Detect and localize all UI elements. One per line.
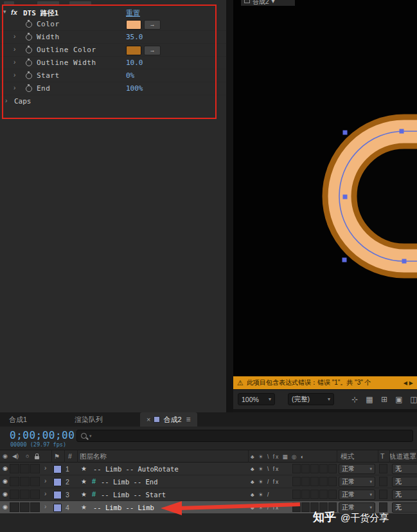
reset-link[interactable]: 重置	[126, 8, 140, 18]
layer-row[interactable]: ◉ › 3 ★ # -- Limb -- Start ♣ ☀ / 正常 ▾ 无 …	[0, 488, 417, 501]
track-matte-select[interactable]: 无 ▾	[392, 464, 417, 474]
property-value[interactable]: 35.0	[126, 33, 143, 41]
solo-cell[interactable]	[20, 477, 30, 486]
snapshot-icon[interactable]: ⊹	[349, 394, 360, 405]
preserve-transparency-cell[interactable]	[379, 464, 387, 473]
layer-switches[interactable]: ♣ ☀ / fx	[251, 479, 279, 485]
layer-name[interactable]: -- Limb -- Start	[101, 491, 166, 499]
solo-cell[interactable]	[20, 502, 30, 512]
layer-name[interactable]: -- Limb -- End	[101, 478, 158, 486]
path-vertex-handle[interactable]	[343, 195, 348, 199]
roi-icon[interactable]: ⊞	[378, 394, 390, 405]
chevron-right-icon[interactable]: ›	[5, 97, 7, 104]
layer-expand-chevron[interactable]: ›	[44, 464, 46, 472]
timeline-search[interactable]: ▾	[76, 430, 413, 442]
layer-label-swatch[interactable]	[53, 504, 62, 512]
switch-cell[interactable]	[301, 502, 310, 512]
switch-cell[interactable]	[328, 477, 337, 486]
eyedropper-icon[interactable]: →	[144, 20, 161, 30]
stopwatch-icon[interactable]	[26, 34, 32, 41]
composition-canvas[interactable]	[233, 0, 417, 376]
stopwatch-icon[interactable]	[26, 21, 32, 28]
path-vertex-handle[interactable]	[402, 259, 407, 264]
blend-mode-select[interactable]: 正常 ▾	[339, 490, 375, 500]
layer-name[interactable]: -- Limb -- Limb	[93, 504, 154, 511]
layer-expand-chevron[interactable]: ›	[44, 503, 46, 510]
search-input[interactable]	[94, 432, 409, 441]
track-matte-select[interactable]: 无 ▾	[392, 477, 417, 487]
chevron-right-icon[interactable]: ›	[13, 71, 15, 78]
blend-mode-select[interactable]: 正常 ▾	[339, 464, 375, 474]
tab-comp2[interactable]: × 合成2 ≡	[140, 412, 197, 427]
switch-cell[interactable]	[310, 464, 319, 473]
chevron-down-icon[interactable]: ▾	[3, 8, 6, 15]
audio-cell[interactable]	[10, 477, 19, 486]
switch-cell[interactable]	[292, 490, 301, 499]
audio-cell[interactable]	[10, 502, 19, 512]
switch-cell[interactable]	[301, 490, 310, 499]
audio-cell[interactable]	[10, 490, 19, 499]
panel-menu-icon[interactable]: ≡	[186, 415, 191, 424]
layer-name[interactable]: -- Limb -- AutoRotate	[93, 465, 179, 473]
switch-cell[interactable]	[292, 502, 301, 512]
fill-color-swatch[interactable]	[126, 20, 141, 30]
blend-mode-select[interactable]: 正常 ▾	[339, 477, 375, 487]
current-time-display[interactable]: 0;00;00;00	[10, 429, 75, 441]
transparency-grid-icon[interactable]: ▦	[364, 394, 375, 405]
guides-icon[interactable]: ▣	[393, 394, 405, 405]
stopwatch-icon[interactable]	[26, 86, 32, 92]
chevron-right-icon[interactable]: ›	[13, 33, 15, 40]
tab-comp1[interactable]: 合成1	[3, 412, 33, 427]
eyedropper-icon[interactable]: →	[144, 46, 161, 55]
layer-label-swatch[interactable]	[53, 491, 62, 499]
prev-error-icon[interactable]: ◀	[404, 380, 407, 386]
layer-visibility-toggle[interactable]: ◉	[3, 478, 8, 484]
preserve-transparency-cell[interactable]	[379, 490, 387, 499]
lock-cell[interactable]	[30, 490, 40, 499]
property-value[interactable]: 10.0	[126, 59, 143, 67]
property-value[interactable]: 0%	[126, 71, 134, 80]
switch-cell[interactable]	[319, 490, 328, 499]
resolution-select[interactable]: (完整) ▾	[288, 393, 334, 405]
layer-label-swatch[interactable]	[53, 465, 62, 473]
solo-cell[interactable]	[20, 464, 30, 473]
stopwatch-icon[interactable]	[26, 73, 32, 79]
switch-cell[interactable]	[319, 464, 328, 473]
channels-icon[interactable]: ◫	[408, 394, 417, 405]
tab-render-queue[interactable]: 渲染队列	[68, 412, 109, 427]
track-matte-select[interactable]: 无 ▾	[392, 490, 417, 500]
preserve-transparency-cell[interactable]	[379, 477, 387, 486]
next-error-icon[interactable]: ▶	[409, 380, 413, 386]
switch-cell[interactable]	[328, 490, 337, 499]
layer-visibility-toggle[interactable]: ◉	[3, 491, 8, 497]
path-vertex-handle[interactable]	[400, 129, 404, 134]
layer-expand-chevron[interactable]: ›	[44, 490, 46, 497]
lock-cell[interactable]	[30, 477, 40, 486]
property-value[interactable]: 100%	[126, 84, 143, 93]
switch-cell[interactable]	[292, 477, 301, 486]
layer-switches[interactable]: ♣ ☀ / fx	[251, 504, 279, 511]
outline-color-swatch[interactable]	[126, 46, 141, 55]
switch-cell[interactable]	[292, 464, 301, 473]
layer-switches[interactable]: ♣ ☀ \ fx	[251, 466, 279, 472]
layer-row[interactable]: ◉ › 2 ★ # -- Limb -- End ♣ ☀ / fx 正常 ▾ 无	[0, 475, 417, 488]
layer-label-swatch[interactable]	[53, 478, 62, 486]
path-vertex-handle[interactable]	[343, 131, 348, 135]
stopwatch-icon[interactable]	[26, 60, 32, 66]
chevron-right-icon[interactable]: ›	[13, 59, 15, 66]
switch-cell[interactable]	[301, 477, 310, 486]
close-icon[interactable]: ×	[146, 416, 150, 423]
zoom-select[interactable]: 100% ▾	[238, 393, 275, 405]
chevron-right-icon[interactable]: ›	[13, 46, 15, 53]
layer-switches[interactable]: ♣ ☀ /	[251, 491, 270, 498]
stopwatch-icon[interactable]	[26, 47, 32, 53]
track-matte-select[interactable]: 无 ▾	[392, 502, 417, 513]
lock-cell[interactable]	[30, 502, 40, 512]
solo-cell[interactable]	[20, 490, 30, 499]
switch-cell[interactable]	[310, 490, 319, 499]
switch-cell[interactable]	[319, 477, 328, 486]
layer-visibility-toggle[interactable]: ◉	[3, 465, 8, 472]
layer-visibility-toggle[interactable]: ◉	[3, 504, 8, 510]
lock-cell[interactable]	[30, 464, 40, 473]
switch-cell[interactable]	[310, 477, 319, 486]
